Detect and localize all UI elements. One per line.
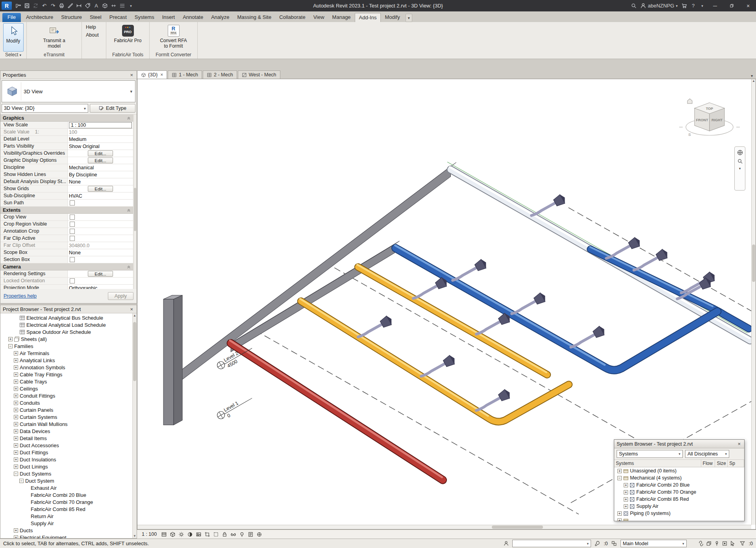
filter-icon[interactable] [739, 540, 746, 547]
vertical-scrollbar[interactable]: ▲ [751, 79, 756, 525]
checkbox[interactable] [70, 215, 75, 220]
collapse-chevron-icon[interactable] [127, 208, 131, 212]
collapse-chevron-icon[interactable] [127, 265, 131, 269]
expand-icon[interactable]: + [14, 351, 18, 355]
close-button[interactable]: × [740, 0, 756, 11]
transmit-model-button[interactable]: Transmit a model [38, 23, 71, 52]
close-icon[interactable]: × [160, 72, 163, 78]
ribbon-tab-systems[interactable]: Systems [131, 13, 158, 22]
redo-icon[interactable]: ↷ [49, 2, 57, 10]
user-account-button[interactable]: abeNZNPG ▾ [639, 3, 679, 9]
expand-icon[interactable]: + [14, 528, 18, 533]
ribbon-tab-insert[interactable]: Insert [158, 13, 179, 22]
drag-on-selection-icon[interactable] [729, 540, 736, 547]
revit-logo-icon[interactable]: R [2, 2, 12, 10]
panel-label-etransmit[interactable]: eTransmit [27, 52, 82, 59]
ribbon-tab-modify[interactable]: Modify [381, 13, 404, 22]
panel-label-fabricair[interactable]: FabricAir Tools [106, 52, 149, 59]
tag-icon[interactable] [83, 2, 92, 10]
browser-item-duct-accessories[interactable]: +Duct Accessories [0, 442, 132, 449]
browser-item-curtain-panels[interactable]: +Curtain Panels [0, 406, 132, 413]
browser-item-sheets-all[interactable]: +Sheets (all) [0, 335, 132, 342]
duct-riser-column[interactable] [163, 295, 182, 425]
properties-scrollbar[interactable] [133, 115, 137, 289]
expand-icon[interactable]: + [617, 511, 622, 516]
ribbon-tab-structure[interactable]: Structure [57, 13, 86, 22]
ribbon-tab-analyze[interactable]: Analyze [207, 13, 233, 22]
steering-wheel-icon[interactable] [737, 149, 743, 156]
lock-3d-icon[interactable] [220, 531, 228, 538]
view-tab-1-mech[interactable]: 1 - Mech [168, 70, 202, 79]
column-header-systems[interactable]: Systems [614, 460, 701, 467]
browser-item-conduit-fittings[interactable]: +Conduit Fittings [0, 392, 132, 399]
collapse-icon[interactable]: − [8, 344, 13, 348]
system-item-piping-0-systems[interactable]: +Piping (0 systems) [614, 510, 744, 517]
disciplines-filter-select[interactable]: All Disciplines ▾ [685, 450, 729, 458]
project-browser-header[interactable]: Project Browser - Test project 2.rvt × [0, 305, 137, 313]
property-value[interactable]: Edit... [67, 185, 133, 192]
chevron-down-icon[interactable]: ▾ [739, 167, 741, 170]
select-underlay-icon[interactable] [706, 540, 713, 547]
property-value[interactable] [67, 235, 133, 242]
ribbon-tab-massing-site[interactable]: Massing & Site [233, 13, 275, 22]
expand-icon[interactable]: + [14, 401, 18, 405]
browser-item-ducts[interactable]: +Ducts [0, 527, 132, 534]
property-value[interactable]: Medium [67, 136, 133, 143]
reveal-hidden-icon[interactable] [238, 531, 246, 538]
panel-label-select[interactable]: Select ▾ [0, 52, 26, 59]
property-value[interactable] [67, 221, 133, 228]
measure-icon[interactable] [66, 2, 74, 10]
edit-type-button[interactable]: Edit Type [90, 104, 135, 113]
collapse-icon[interactable]: − [617, 476, 622, 480]
browser-item-cable-trays[interactable]: +Cable Trays [0, 378, 132, 385]
checkbox[interactable] [70, 229, 75, 234]
property-value[interactable]: Edit... [67, 150, 133, 157]
fabricair-combi-85-red-duct[interactable] [230, 341, 443, 480]
property-value[interactable]: Show Original [67, 143, 133, 150]
properties-section-extents[interactable]: Extents [0, 207, 133, 214]
type-selector[interactable]: 3D View ▾ [2, 80, 135, 102]
browser-item-electrical-analytical-load-schedule[interactable]: Electrical Analytical Load Schedule [0, 321, 132, 328]
browser-item-curtain-wall-mullions[interactable]: +Curtain Wall Mullions [0, 420, 132, 428]
browser-item-duct-systems[interactable]: −Duct Systems [0, 470, 132, 477]
expand-icon[interactable]: + [14, 394, 18, 398]
edit-button[interactable]: Edit... [88, 150, 113, 156]
browser-item-electrical-analytical-bus-schedule[interactable]: Electrical Analytical Bus Schedule [0, 314, 132, 321]
expand-icon[interactable]: + [14, 450, 18, 455]
system-item-partial[interactable]: + [614, 517, 744, 521]
scroll-up-icon[interactable]: ▲ [752, 79, 755, 83]
level-1-datum[interactable]: Level 1 0 [217, 393, 256, 419]
expand-icon[interactable]: + [14, 443, 18, 448]
edit-button[interactable]: Edit... [88, 186, 113, 192]
view-tab-3d[interactable]: {3D}× [137, 70, 167, 79]
browser-item-fabricair-combi-85-red[interactable]: FabricAir Combi 85 Red [0, 505, 132, 513]
zoom-icon[interactable] [737, 158, 743, 164]
column-header-size[interactable]: Size [715, 460, 728, 467]
ribbon-tab-architecture[interactable]: Architecture [22, 13, 57, 22]
scrollbar-thumb[interactable] [752, 244, 755, 282]
expand-icon[interactable]: + [14, 372, 18, 377]
expand-icon[interactable]: + [624, 490, 628, 494]
editing-requests-icon[interactable] [594, 540, 601, 547]
worksets-select[interactable]: ▾ [512, 540, 591, 547]
collapse-icon[interactable]: − [19, 479, 24, 483]
property-value[interactable] [67, 228, 133, 235]
system-item-unassigned-0-items[interactable]: +Unassigned (0 items) [614, 467, 744, 474]
minimize-button[interactable]: ─ [707, 0, 723, 11]
expand-icon[interactable]: + [14, 436, 18, 441]
system-item-fabricair-combi-20-blue[interactable]: +FabricAir Combi 20 Blue [614, 481, 744, 489]
modify-button[interactable]: Modify [3, 23, 24, 52]
browser-item-duct-system[interactable]: −Duct System [0, 477, 132, 484]
systems-filter-select[interactable]: Systems ▾ [617, 450, 683, 458]
crop-view-icon[interactable] [203, 531, 211, 538]
expand-icon[interactable]: + [14, 365, 18, 370]
help-chevron-icon[interactable]: ▾ [698, 2, 706, 10]
view-properties-icon[interactable] [246, 531, 254, 538]
text-icon[interactable]: A [92, 2, 100, 10]
expand-icon[interactable]: + [14, 387, 18, 391]
edit-button[interactable]: Edit... [88, 157, 113, 163]
browser-item-air-terminals[interactable]: +Air Terminals [0, 350, 132, 357]
system-item-mechanical-4-systems[interactable]: −Mechanical (4 systems) [614, 474, 744, 481]
ribbon-tab-manage[interactable]: Manage [328, 13, 355, 22]
help-icon[interactable]: ? [689, 2, 697, 10]
